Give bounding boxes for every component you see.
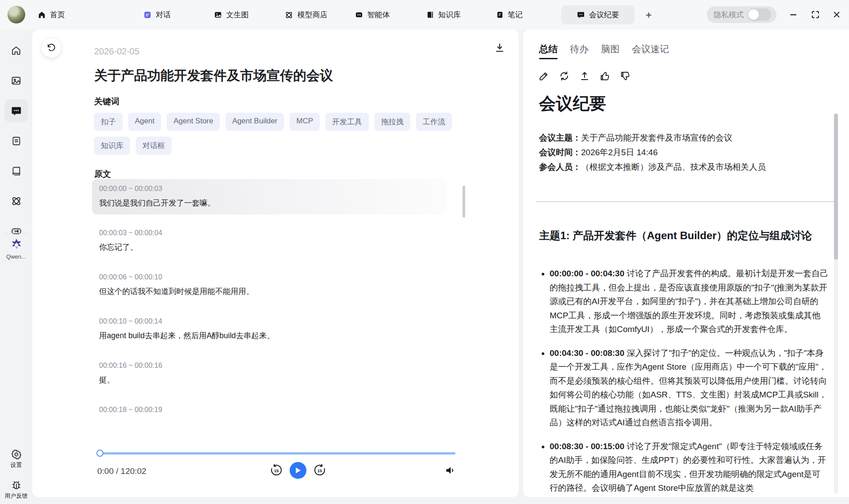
nav-notes[interactable]: 笔记 — [496, 0, 523, 30]
entry-time: 00:00:18 ~ 00:00:19 — [99, 406, 440, 414]
keyword-chip[interactable]: 对话框 — [136, 137, 172, 155]
download-icon — [494, 42, 505, 53]
meta-value: 关于产品功能开发套件及市场宣传的会议 — [581, 133, 732, 142]
meta-value: （根据文本推断）涉及产品、技术及市场相关人员 — [581, 162, 766, 172]
nav-label: 模型商店 — [298, 10, 328, 20]
knowledge-icon — [426, 11, 434, 19]
keyword-chip[interactable]: MCP — [290, 113, 320, 131]
summary-body[interactable]: 主题1: 产品开发套件（Agent Builder）的定位与组成讨论 00:00… — [539, 206, 829, 497]
meta-line: 会议主题：关于产品功能开发套件及市场宣传的会议 — [539, 130, 766, 145]
edit-button[interactable] — [538, 70, 550, 82]
export-button[interactable] — [579, 70, 590, 82]
rail-home[interactable] — [4, 39, 28, 62]
minimize-button[interactable] — [785, 6, 802, 23]
summary-heading: 会议纪要 — [539, 92, 606, 115]
entry-text: 挺。 — [99, 374, 440, 385]
media-player-icon — [11, 225, 22, 237]
entry-text: 但这个的话我不知道到时候是用能不能用用。 — [99, 286, 440, 297]
transcript-entry[interactable]: 00:00:16 ~ 00:00:16 挺。 — [92, 356, 447, 391]
keyword-chip[interactable]: Agent Store — [167, 113, 220, 131]
top-bar: 首页 对话 文生图 模型商店 智能体 知识库 笔记 会议纪要 + 隐私模式 — [0, 0, 849, 30]
nav-home[interactable]: 首页 — [38, 0, 65, 30]
qwen-logo-icon — [0, 237, 32, 252]
transcript-entry[interactable]: 00:00:18 ~ 00:00:19 — [92, 400, 447, 425]
entry-text: 用agent build去串起来，然后用A醇build去串起来。 — [99, 330, 440, 341]
entry-text: 你忘记了。 — [99, 242, 440, 252]
summary-scrollbar-thumb[interactable] — [834, 114, 838, 260]
audio-progress-bar[interactable] — [97, 452, 455, 454]
privacy-mode-toggle[interactable]: 隐私模式 — [707, 6, 776, 23]
settings-entry[interactable]: 设置 — [0, 449, 32, 469]
agent-icon — [355, 11, 363, 19]
summary-bullet: 00:08:30 - 00:15:00 讨论了开发"限定式Agent"（即专注于… — [550, 439, 829, 495]
volume-button[interactable] — [444, 465, 458, 478]
nav-model-store[interactable]: 模型商店 — [285, 0, 328, 30]
nav-label: 对话 — [156, 10, 171, 20]
bullet-text: 讨论了产品开发套件的构成。最初计划是开发一套自己的拖拉拽工具，但会上提出，是否应… — [550, 269, 828, 334]
bullet-time: 00:08:30 - 00:15:00 — [550, 442, 624, 451]
rail-documents[interactable] — [4, 129, 28, 153]
rail-meetings-active[interactable] — [4, 99, 28, 122]
transcript-entry[interactable]: 00:00:00 ~ 00:00:03 我们说是我们自己开发了一套嘛。 — [92, 179, 447, 214]
rail-model-store[interactable] — [4, 189, 28, 213]
maximize-button[interactable] — [807, 6, 824, 23]
keyword-chip[interactable]: Agent Builder — [226, 113, 284, 131]
rail-gallery[interactable] — [4, 69, 28, 92]
meeting-title: 关于产品功能开发套件及市场宣传的会议 — [94, 67, 333, 85]
keyword-chip[interactable]: 扣子 — [94, 113, 122, 131]
meta-value: 2026年2月5日 14:46 — [581, 148, 658, 157]
qwen-model-entry[interactable]: Qwen... — [0, 237, 32, 260]
keyword-chip[interactable]: 知识库 — [94, 137, 130, 155]
transcript-entry[interactable]: 00:00:10 ~ 00:00:14 用agent build去串起来，然后用… — [92, 312, 447, 347]
tab-quick-notes[interactable]: 会议速记 — [632, 43, 669, 55]
tab-todos[interactable]: 待办 — [570, 43, 589, 55]
tab-mindmap[interactable]: 脑图 — [601, 43, 620, 55]
transcript-list[interactable]: 00:00:00 ~ 00:00:03 我们说是我们自己开发了一套嘛。 00:0… — [92, 179, 447, 444]
nav-label: 智能体 — [367, 10, 390, 20]
transcript-scrollbar[interactable] — [463, 186, 465, 218]
bullet-time: 00:04:30 - 00:08:30 — [550, 348, 624, 358]
rail-library[interactable] — [4, 159, 28, 183]
feedback-entry[interactable]: 用户反馈 — [0, 480, 32, 500]
thumbs-down-button[interactable] — [620, 70, 631, 82]
summary-bullet: 00:00:00 - 00:04:30 讨论了产品开发套件的构成。最初计划是开发… — [550, 267, 829, 336]
close-button[interactable] — [828, 6, 845, 23]
tab-summary[interactable]: 总结 — [539, 43, 558, 55]
qwen-label: Qwen... — [0, 253, 32, 260]
entry-text: 我们说是我们自己开发了一套嘛。 — [99, 198, 440, 208]
user-avatar[interactable] — [8, 6, 25, 23]
keyword-chips: 扣子 Agent Agent Store Agent Builder MCP 开… — [94, 113, 468, 155]
feedback-label: 用户反馈 — [0, 492, 32, 500]
progress-thumb[interactable] — [96, 450, 103, 457]
nav-agents[interactable]: 智能体 — [355, 0, 390, 30]
transcript-entry[interactable]: 00:00:03 ~ 00:00:04 你忘记了。 — [92, 223, 447, 259]
chat-icon — [143, 11, 152, 19]
play-button[interactable] — [290, 462, 306, 479]
nav-knowledge[interactable]: 知识库 — [426, 0, 461, 30]
meeting-meta: 会议主题：关于产品功能开发套件及市场宣传的会议 会议时间：2026年2月5日 1… — [539, 130, 766, 174]
bullet-time: 00:00:00 - 00:04:30 — [550, 269, 624, 278]
transcript-entry[interactable]: 00:00:06 ~ 00:00:10 但这个的话我不知道到时候是用能不能用用。 — [92, 267, 447, 303]
keyword-chip[interactable]: 工作流 — [416, 113, 452, 131]
thumbs-up-button[interactable] — [599, 70, 611, 82]
download-button[interactable] — [492, 40, 507, 55]
nav-chat[interactable]: 对话 — [143, 0, 171, 30]
toggle-switch[interactable] — [747, 8, 771, 21]
nav-text2image[interactable]: 文生图 — [214, 0, 249, 30]
keyword-chip[interactable]: 开发工具 — [325, 113, 369, 131]
regenerate-button[interactable] — [558, 70, 570, 82]
entry-time: 00:00:03 ~ 00:00:04 — [99, 229, 440, 237]
keyword-chip[interactable]: Agent — [128, 113, 161, 131]
active-tab-underline — [539, 58, 558, 59]
new-tab-button[interactable]: + — [641, 8, 656, 23]
forward-15-button[interactable]: 15 — [313, 463, 327, 477]
meta-line: 会议时间：2026年2月5日 14:46 — [539, 145, 766, 160]
entry-time: 00:00:06 ~ 00:00:10 — [99, 273, 440, 281]
meta-label: 会议主题： — [539, 133, 581, 142]
back-button[interactable] — [41, 38, 61, 58]
keywords-label: 关键词 — [94, 96, 119, 107]
divider — [536, 201, 837, 202]
keyword-chip[interactable]: 拖拉拽 — [375, 113, 410, 131]
tab-meeting-minutes[interactable]: 会议纪要 — [561, 5, 635, 24]
rewind-15-button[interactable]: 15 — [269, 463, 283, 477]
